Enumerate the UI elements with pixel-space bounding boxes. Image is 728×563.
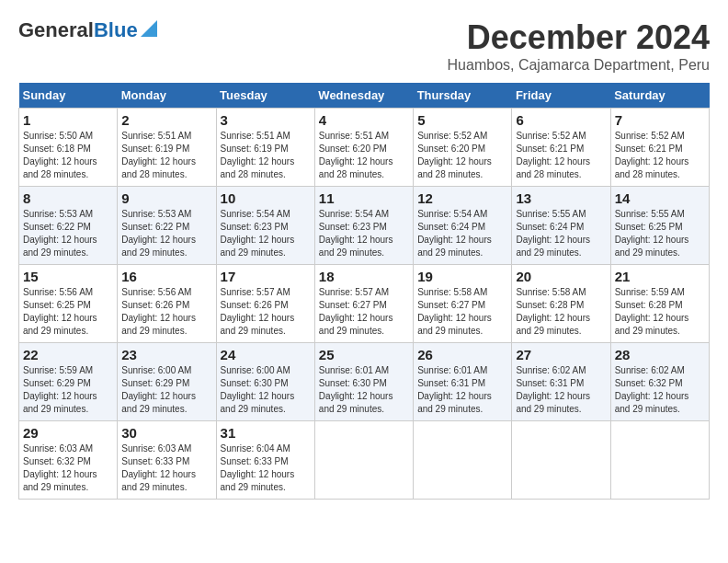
day-header-tuesday: Tuesday [216, 83, 314, 109]
month-title: December 2024 [448, 18, 710, 57]
calendar-cell [512, 421, 610, 500]
calendar-cell: 3Sunrise: 5:51 AM Sunset: 6:19 PM Daylig… [216, 109, 314, 187]
day-number: 12 [417, 190, 507, 206]
calendar-cell: 11Sunrise: 5:54 AM Sunset: 6:23 PM Dayli… [314, 187, 413, 265]
calendar-cell: 31Sunrise: 6:04 AM Sunset: 6:33 PM Dayli… [216, 421, 314, 500]
day-info: Sunrise: 5:51 AM Sunset: 6:19 PM Dayligh… [121, 130, 211, 181]
calendar-cell: 30Sunrise: 6:03 AM Sunset: 6:33 PM Dayli… [118, 421, 216, 500]
calendar-header-row: SundayMondayTuesdayWednesdayThursdayFrid… [19, 83, 710, 109]
calendar-cell: 28Sunrise: 6:02 AM Sunset: 6:32 PM Dayli… [610, 343, 709, 421]
day-header-friday: Friday [512, 83, 610, 109]
day-info: Sunrise: 5:52 AM Sunset: 6:21 PM Dayligh… [615, 130, 705, 181]
calendar-cell: 5Sunrise: 5:52 AM Sunset: 6:20 PM Daylig… [414, 109, 512, 187]
calendar-body: 1Sunrise: 5:50 AM Sunset: 6:18 PM Daylig… [19, 109, 710, 500]
day-info: Sunrise: 5:59 AM Sunset: 6:28 PM Dayligh… [615, 286, 705, 338]
day-number: 17 [221, 269, 311, 284]
day-number: 30 [121, 425, 211, 441]
day-info: Sunrise: 5:57 AM Sunset: 6:26 PM Dayligh… [221, 286, 311, 338]
logo-icon [141, 20, 157, 37]
calendar-week-row: 29Sunrise: 6:03 AM Sunset: 6:32 PM Dayli… [19, 421, 710, 500]
day-info: Sunrise: 5:50 AM Sunset: 6:18 PM Dayligh… [23, 130, 113, 181]
day-header-monday: Monday [118, 83, 216, 109]
day-info: Sunrise: 5:51 AM Sunset: 6:19 PM Dayligh… [221, 130, 311, 181]
day-number: 25 [319, 347, 409, 362]
calendar-week-row: 22Sunrise: 5:59 AM Sunset: 6:29 PM Dayli… [19, 343, 710, 421]
day-number: 11 [319, 190, 409, 206]
logo-general-text: General [18, 18, 94, 42]
calendar-week-row: 8Sunrise: 5:53 AM Sunset: 6:22 PM Daylig… [19, 187, 710, 265]
day-number: 3 [221, 112, 311, 128]
day-info: Sunrise: 5:53 AM Sunset: 6:22 PM Dayligh… [121, 208, 211, 259]
calendar-table: SundayMondayTuesdayWednesdayThursdayFrid… [18, 83, 710, 500]
day-info: Sunrise: 6:01 AM Sunset: 6:31 PM Dayligh… [417, 364, 507, 416]
day-info: Sunrise: 5:54 AM Sunset: 6:23 PM Dayligh… [221, 208, 311, 259]
day-number: 26 [417, 347, 507, 362]
day-number: 27 [516, 347, 606, 362]
day-info: Sunrise: 5:57 AM Sunset: 6:27 PM Dayligh… [319, 286, 409, 338]
day-number: 1 [23, 112, 113, 128]
calendar-week-row: 15Sunrise: 5:56 AM Sunset: 6:25 PM Dayli… [19, 265, 710, 343]
calendar-week-row: 1Sunrise: 5:50 AM Sunset: 6:18 PM Daylig… [19, 109, 710, 187]
day-info: Sunrise: 5:58 AM Sunset: 6:27 PM Dayligh… [417, 286, 507, 338]
day-number: 21 [615, 269, 705, 284]
calendar-cell [314, 421, 413, 500]
day-info: Sunrise: 6:02 AM Sunset: 6:31 PM Dayligh… [516, 364, 606, 416]
day-info: Sunrise: 5:58 AM Sunset: 6:28 PM Dayligh… [516, 286, 606, 338]
day-number: 18 [319, 269, 409, 284]
day-info: Sunrise: 5:59 AM Sunset: 6:29 PM Dayligh… [23, 364, 113, 416]
day-info: Sunrise: 6:03 AM Sunset: 6:32 PM Dayligh… [23, 442, 113, 494]
calendar-cell: 12Sunrise: 5:54 AM Sunset: 6:24 PM Dayli… [414, 187, 512, 265]
calendar-cell: 6Sunrise: 5:52 AM Sunset: 6:21 PM Daylig… [512, 109, 610, 187]
calendar-cell: 21Sunrise: 5:59 AM Sunset: 6:28 PM Dayli… [610, 265, 709, 343]
day-number: 6 [516, 112, 606, 128]
day-info: Sunrise: 6:00 AM Sunset: 6:30 PM Dayligh… [221, 364, 311, 416]
day-number: 23 [121, 347, 211, 362]
day-number: 16 [121, 269, 211, 284]
calendar-cell: 20Sunrise: 5:58 AM Sunset: 6:28 PM Dayli… [512, 265, 610, 343]
day-info: Sunrise: 5:54 AM Sunset: 6:24 PM Dayligh… [417, 208, 507, 259]
day-info: Sunrise: 5:55 AM Sunset: 6:24 PM Dayligh… [516, 208, 606, 259]
day-header-wednesday: Wednesday [314, 83, 413, 109]
day-header-sunday: Sunday [19, 83, 118, 109]
title-area: December 2024 Huambos, Cajamarca Departm… [448, 18, 710, 74]
svg-marker-0 [141, 20, 157, 37]
calendar-cell: 10Sunrise: 5:54 AM Sunset: 6:23 PM Dayli… [216, 187, 314, 265]
day-info: Sunrise: 6:02 AM Sunset: 6:32 PM Dayligh… [615, 364, 705, 416]
calendar-cell: 15Sunrise: 5:56 AM Sunset: 6:25 PM Dayli… [19, 265, 118, 343]
calendar-cell: 18Sunrise: 5:57 AM Sunset: 6:27 PM Dayli… [314, 265, 413, 343]
day-header-saturday: Saturday [610, 83, 709, 109]
calendar-cell: 24Sunrise: 6:00 AM Sunset: 6:30 PM Dayli… [216, 343, 314, 421]
day-info: Sunrise: 5:56 AM Sunset: 6:25 PM Dayligh… [23, 286, 113, 338]
day-number: 4 [319, 112, 409, 128]
calendar-cell: 29Sunrise: 6:03 AM Sunset: 6:32 PM Dayli… [19, 421, 118, 500]
day-number: 28 [615, 347, 705, 362]
day-number: 19 [417, 269, 507, 284]
day-info: Sunrise: 5:51 AM Sunset: 6:20 PM Dayligh… [319, 130, 409, 181]
calendar-cell [414, 421, 512, 500]
day-number: 9 [121, 190, 211, 206]
day-info: Sunrise: 6:01 AM Sunset: 6:30 PM Dayligh… [319, 364, 409, 416]
day-number: 20 [516, 269, 606, 284]
calendar-cell: 22Sunrise: 5:59 AM Sunset: 6:29 PM Dayli… [19, 343, 118, 421]
calendar-cell: 26Sunrise: 6:01 AM Sunset: 6:31 PM Dayli… [414, 343, 512, 421]
day-number: 13 [516, 190, 606, 206]
day-number: 10 [221, 190, 311, 206]
day-info: Sunrise: 5:54 AM Sunset: 6:23 PM Dayligh… [319, 208, 409, 259]
day-number: 24 [221, 347, 311, 362]
day-number: 2 [121, 112, 211, 128]
calendar-cell: 1Sunrise: 5:50 AM Sunset: 6:18 PM Daylig… [19, 109, 118, 187]
day-number: 5 [417, 112, 507, 128]
day-number: 7 [615, 112, 705, 128]
logo-blue-text: Blue [94, 18, 138, 42]
day-number: 22 [23, 347, 113, 362]
calendar-cell [610, 421, 709, 500]
calendar-cell: 14Sunrise: 5:55 AM Sunset: 6:25 PM Dayli… [610, 187, 709, 265]
day-number: 15 [23, 269, 113, 284]
header: GeneralBlue December 2024 Huambos, Cajam… [18, 18, 710, 74]
day-info: Sunrise: 6:03 AM Sunset: 6:33 PM Dayligh… [121, 442, 211, 494]
day-number: 29 [23, 425, 113, 441]
logo: GeneralBlue [18, 18, 157, 42]
day-number: 14 [615, 190, 705, 206]
day-info: Sunrise: 5:55 AM Sunset: 6:25 PM Dayligh… [615, 208, 705, 259]
day-info: Sunrise: 5:53 AM Sunset: 6:22 PM Dayligh… [23, 208, 113, 259]
